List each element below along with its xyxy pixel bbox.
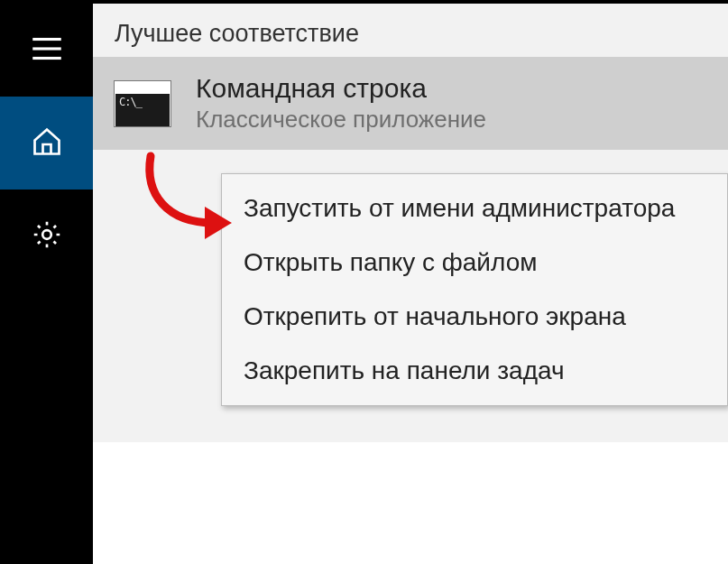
menu-item-unpin-from-start[interactable]: Открепить от начального экрана: [222, 290, 727, 344]
sidebar-item-settings[interactable]: [0, 190, 93, 282]
bottom-empty-area: [93, 442, 728, 564]
context-menu: Запустить от имени администратора Открыт…: [221, 173, 728, 406]
result-texts: Командная строка Классическое приложение: [196, 73, 486, 134]
sidebar-item-hamburger[interactable]: [0, 4, 93, 97]
hamburger-icon: [28, 30, 66, 71]
start-sidebar: [0, 4, 93, 564]
settings-icon: [31, 218, 63, 254]
menu-item-pin-to-taskbar[interactable]: Закрепить на панели задач: [222, 344, 727, 398]
search-result-command-prompt[interactable]: Командная строка Классическое приложение: [93, 57, 728, 150]
svg-point-3: [42, 230, 51, 239]
home-icon: [31, 125, 63, 162]
result-title: Командная строка: [196, 73, 486, 104]
menu-item-run-as-admin[interactable]: Запустить от имени администратора: [222, 181, 727, 236]
sidebar-item-home[interactable]: [0, 97, 93, 190]
menu-item-open-file-location[interactable]: Открыть папку с файлом: [222, 236, 727, 290]
results-header: Лучшее соответствие: [93, 4, 728, 57]
result-subtitle: Классическое приложение: [196, 106, 486, 134]
command-prompt-icon: [115, 81, 170, 126]
